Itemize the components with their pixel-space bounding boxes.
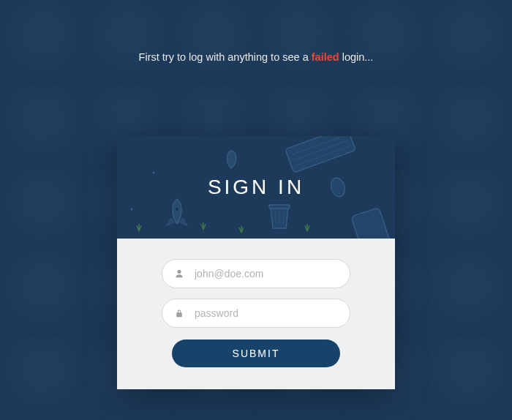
- instruction-suffix: login...: [339, 51, 374, 63]
- instruction-text: First try to log with anything to see a …: [139, 51, 374, 63]
- submit-button[interactable]: SUBMIT: [172, 340, 340, 367]
- lock-icon: [174, 308, 184, 318]
- svg-line-7: [283, 211, 284, 225]
- signin-card: SIGN IN SUBMIT: [117, 136, 395, 389]
- card-header: SIGN IN: [117, 136, 395, 239]
- svg-rect-8: [269, 205, 290, 209]
- card-body: SUBMIT: [117, 239, 395, 389]
- password-field[interactable]: [195, 307, 338, 319]
- card-title: SIGN IN: [208, 176, 304, 199]
- svg-point-9: [175, 207, 179, 211]
- svg-point-4: [329, 176, 347, 198]
- instruction-highlight: failed: [312, 51, 339, 63]
- user-icon: [174, 269, 184, 279]
- password-input-wrap[interactable]: [162, 299, 350, 328]
- email-field[interactable]: [195, 268, 338, 280]
- instruction-prefix: First try to log with anything to see a: [139, 51, 312, 63]
- svg-point-13: [153, 172, 155, 174]
- svg-line-5: [275, 211, 276, 225]
- email-input-wrap[interactable]: [162, 259, 350, 288]
- svg-rect-11: [351, 208, 395, 239]
- svg-point-15: [131, 209, 133, 211]
